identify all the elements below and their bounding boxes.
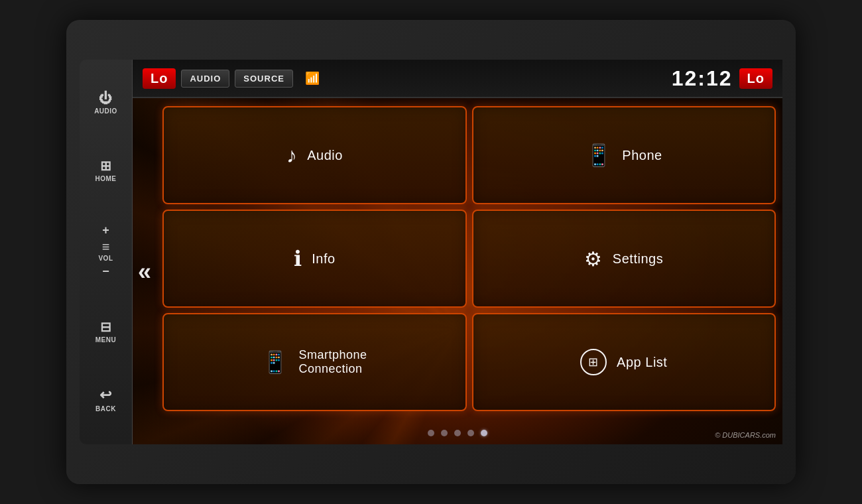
smartphone-icon: 📱 (262, 349, 289, 375)
settings-menu-label: Settings (613, 251, 663, 267)
power-icon: ⏻ (99, 92, 113, 105)
main-screen: Lo AUDIO SOURCE 📶 12:12 Lo « ♪ Audio (133, 60, 782, 444)
volume-up-button[interactable]: + (97, 222, 115, 239)
applist-menu-button[interactable]: ⊞ App List (472, 313, 776, 411)
audio-button[interactable]: ⏻ AUDIO (89, 88, 123, 119)
audio-tab[interactable]: AUDIO (181, 70, 229, 88)
time-display: 12:12 (672, 66, 733, 91)
screen-wrapper: Lo AUDIO SOURCE 📶 12:12 Lo « ♪ Audio (133, 60, 782, 444)
phone-menu-button[interactable]: 📱 Phone (472, 106, 776, 204)
applist-menu-label: App List (617, 355, 667, 370)
connected-phone-icon: 📶 (305, 71, 320, 86)
header-left: Lo AUDIO SOURCE 📶 (143, 68, 320, 89)
volume-down-button[interactable]: − (97, 263, 115, 280)
back-button[interactable]: ↩ BACK (90, 384, 121, 416)
header-right: 12:12 Lo (672, 66, 772, 91)
music-icon: ♪ (286, 143, 298, 168)
audio-menu-button[interactable]: ♪ Audio (162, 106, 467, 204)
menu-label: MENU (95, 336, 116, 344)
dot-5-active (481, 430, 487, 436)
menu-grid: ♪ Audio 📱 Phone ℹ Info ⚙ Settings 📱 (162, 106, 776, 411)
volume-icon: ≡ (102, 240, 110, 253)
dot-2 (441, 430, 448, 436)
home-button[interactable]: ⊞ HOME (90, 155, 122, 186)
pagination-dots (428, 430, 487, 436)
menu-icon: ⊟ (100, 320, 112, 334)
phone-menu-label: Phone (622, 148, 662, 163)
vol-label: VOL (98, 255, 113, 262)
lo-badge-left: Lo (143, 68, 176, 89)
smartphone-menu-label: Smartphone Connection (298, 348, 367, 376)
volume-section: + ≡ VOL − (97, 222, 115, 280)
info-menu-button[interactable]: ℹ Info (162, 210, 467, 308)
back-arrow-icon: ↩ (99, 388, 112, 403)
menu-button[interactable]: ⊟ MENU (90, 316, 121, 347)
audio-menu-label: Audio (307, 148, 343, 163)
car-unit: ⏻ AUDIO ⊞ HOME + ≡ VOL − ⊟ MENU ↩ BACK (66, 20, 796, 484)
dot-4 (467, 430, 474, 436)
phone-icon: 📱 (585, 143, 613, 168)
screen-back-arrow[interactable]: « (138, 258, 151, 286)
lo-badge-right: Lo (739, 68, 772, 89)
audio-label: AUDIO (94, 107, 117, 115)
watermark: © DUBICARS.com (715, 431, 776, 439)
grid-icon: ⊞ (100, 159, 112, 172)
settings-gear-icon: ⚙ (584, 247, 603, 271)
settings-menu-button[interactable]: ⚙ Settings (472, 210, 776, 308)
dot-1 (428, 430, 434, 436)
source-tab[interactable]: SOURCE (235, 70, 293, 88)
dot-3 (454, 430, 461, 436)
info-icon: ℹ (294, 246, 302, 271)
info-menu-label: Info (312, 251, 335, 267)
back-label: BACK (95, 405, 116, 412)
home-label: HOME (95, 175, 117, 182)
smartphone-menu-button[interactable]: 📱 Smartphone Connection (162, 313, 467, 411)
applist-icon: ⊞ (580, 349, 607, 375)
header-bar: Lo AUDIO SOURCE 📶 12:12 Lo (133, 60, 782, 98)
side-controls: ⏻ AUDIO ⊞ HOME + ≡ VOL − ⊟ MENU ↩ BACK (80, 60, 133, 444)
